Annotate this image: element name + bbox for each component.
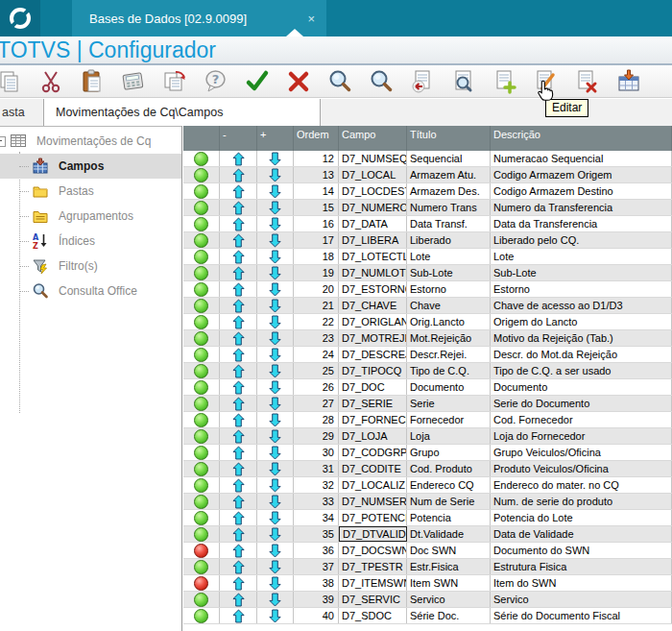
move-up-button[interactable]	[220, 379, 257, 395]
table-row[interactable]: 16D7_DATAData Transf.Data da Transferenc…	[183, 216, 672, 232]
table-row[interactable]: 15D7_NUMERONumero TransNumero da Transfe…	[183, 200, 672, 216]
move-up-button[interactable]	[220, 428, 257, 444]
paste-icon[interactable]	[79, 68, 106, 95]
move-down-button[interactable]	[257, 412, 294, 427]
table-row[interactable]: 27D7_SERIESerieSerie do Documento	[183, 396, 672, 412]
move-down-button[interactable]	[257, 543, 294, 558]
column-header-Título[interactable]: Título	[407, 126, 491, 151]
move-up-button[interactable]	[220, 477, 257, 493]
table-row[interactable]: 18D7_LOTECTLLoteLote	[183, 249, 672, 265]
move-up-button[interactable]	[220, 281, 257, 297]
preview-document-icon[interactable]	[450, 68, 477, 95]
table-row[interactable]: 40D7_SDOCSérie Doc.Série do Documento Fi…	[183, 608, 672, 624]
move-up-button[interactable]	[220, 592, 257, 607]
move-down-button[interactable]	[257, 183, 294, 199]
table-row[interactable]: 39D7_SERVICServicoServico	[183, 592, 672, 608]
help-icon[interactable]: ?	[203, 68, 229, 95]
delete-document-icon[interactable]	[574, 68, 601, 95]
move-up-button[interactable]	[220, 559, 257, 574]
move-up-button[interactable]	[220, 330, 257, 346]
table-row[interactable]: 25D7_TIPOCQTipo de C.Q.Tipo de C.Q. a se…	[183, 363, 672, 379]
table-row[interactable]: 37D7_TPESTREstr.FisicaEstrutura Fisica	[183, 559, 672, 575]
zoom-in-icon[interactable]	[326, 68, 353, 95]
table-row[interactable]: 31D7_CODITECod. ProdutoProduto Veiculos/…	[183, 461, 672, 477]
move-down-button[interactable]	[257, 200, 294, 215]
sidebar-item-indices[interactable]: AZÍndices	[0, 229, 181, 254]
confirm-icon[interactable]	[244, 68, 271, 95]
move-down-button[interactable]	[257, 428, 294, 444]
move-down-button[interactable]	[257, 592, 294, 607]
move-up-button[interactable]	[220, 167, 257, 182]
close-icon[interactable]: ×	[307, 12, 315, 26]
tab-pasta-partial[interactable]: asta	[0, 99, 44, 126]
move-down-button[interactable]	[257, 232, 294, 248]
table-row[interactable]: 33D7_NUMSERINum de SerieNum. de serie do…	[183, 494, 672, 510]
sidebar-item-agrupamentos[interactable]: Agrupamentos	[0, 204, 181, 229]
move-up-button[interactable]	[220, 396, 257, 411]
move-up-button[interactable]	[220, 412, 257, 427]
move-down-button[interactable]	[257, 167, 294, 182]
column-header-+[interactable]: +	[257, 126, 294, 151]
table-row[interactable]: 34D7_POTENCIPotenciaPotencia do Lote	[183, 510, 672, 526]
move-up-button[interactable]	[220, 151, 257, 166]
table-row[interactable]: 38D7_ITEMSWNItem SWNItem do SWN	[183, 575, 672, 592]
move-down-button[interactable]	[257, 330, 294, 346]
move-down-button[interactable]	[257, 298, 294, 313]
table-row[interactable]: 30D7_CODGRPGrupoGrupo Veiculos/Oficina	[183, 445, 672, 461]
move-up-button[interactable]	[220, 183, 257, 199]
table-row[interactable]: 22D7_ORIGLANOrig.LanctoOrigem do Lancto	[183, 314, 672, 330]
move-down-button[interactable]	[257, 396, 294, 411]
move-down-button[interactable]	[257, 216, 294, 231]
table-row[interactable]: 32D7_LOCALIZEndereco CQEndereco do mater…	[183, 477, 672, 494]
move-down-button[interactable]	[257, 151, 294, 166]
table-row[interactable]: 26D7_DOCDocumentoDocumento	[183, 379, 672, 396]
copy-icon[interactable]	[0, 68, 23, 95]
sidebar-item-movimentacoes-de-cq[interactable]: Movimentações de Cq	[0, 129, 181, 154]
move-down-button[interactable]	[257, 314, 294, 329]
sidebar-item-filtros[interactable]: Filtro(s)	[0, 254, 181, 279]
move-up-button[interactable]	[220, 249, 257, 264]
move-down-button[interactable]	[257, 445, 294, 460]
table-row[interactable]: 17D7_LIBERALiberadoLiberado pelo CQ.	[183, 232, 672, 249]
tab-movimentacoes-campos[interactable]: Movimentações de Cq\Campos	[44, 99, 321, 126]
move-down-button[interactable]	[257, 559, 294, 574]
table-row[interactable]: 19D7_NUMLOTESub-LoteSub-Lote	[183, 265, 672, 281]
sidebar-item-consulta-office[interactable]: Consulta Office	[0, 279, 181, 303]
table-row[interactable]: 13D7_LOCALArmazem Atu.Codigo Armazem Ori…	[183, 167, 672, 183]
move-up-button[interactable]	[220, 494, 257, 509]
move-up-button[interactable]	[220, 543, 257, 558]
move-down-button[interactable]	[257, 510, 294, 525]
move-down-button[interactable]	[257, 363, 294, 378]
table-row[interactable]: 12D7_NUMSEQSequencialNumeracao Sequencia…	[183, 151, 672, 167]
move-up-button[interactable]	[220, 216, 257, 231]
column-header-Ordem[interactable]: Ordem	[294, 126, 339, 151]
column-header-Campo[interactable]: Campo	[339, 126, 407, 151]
move-up-button[interactable]	[220, 347, 257, 362]
sidebar-item-pastas[interactable]: Pastas	[0, 179, 181, 204]
table-row[interactable]: 20D7_ESTORNOEstornoEstorno	[183, 281, 672, 298]
cut-icon[interactable]	[37, 68, 64, 95]
move-up-button[interactable]	[220, 265, 257, 280]
table-row[interactable]: 24D7_DESCREJDescr.Rejei.Descr. do Mot.da…	[183, 347, 672, 363]
move-down-button[interactable]	[257, 526, 294, 542]
table-row[interactable]: 23D7_MOTREJEMot.RejeiçãoMotivo da Rejeiç…	[183, 330, 672, 347]
move-up-button[interactable]	[220, 445, 257, 460]
table-row[interactable]: 35D7_DTVALIDDt.ValidadeData de Validade	[183, 526, 672, 543]
zoom-out-icon[interactable]	[368, 68, 395, 95]
add-document-icon[interactable]	[492, 68, 518, 95]
move-down-button[interactable]	[257, 249, 294, 264]
table-row[interactable]: 29D7_LOJALojaLoja do Fornecedor	[183, 428, 672, 445]
move-up-button[interactable]	[220, 608, 257, 623]
column-header-Descrição[interactable]: Descrição	[491, 126, 672, 151]
move-up-button[interactable]	[220, 298, 257, 313]
move-up-button[interactable]	[220, 200, 257, 215]
table-row[interactable]: 28D7_FORNECEFornecedorCod. Fornecedor	[183, 412, 672, 428]
move-down-button[interactable]	[257, 477, 294, 493]
move-down-button[interactable]	[257, 608, 294, 623]
move-down-button[interactable]	[257, 575, 294, 591]
table-import-icon[interactable]	[615, 68, 642, 95]
import-document-icon[interactable]	[409, 68, 436, 95]
column-header--[interactable]: -	[220, 126, 257, 151]
cancel-icon[interactable]	[285, 68, 312, 95]
collapse-icon[interactable]	[0, 136, 6, 147]
